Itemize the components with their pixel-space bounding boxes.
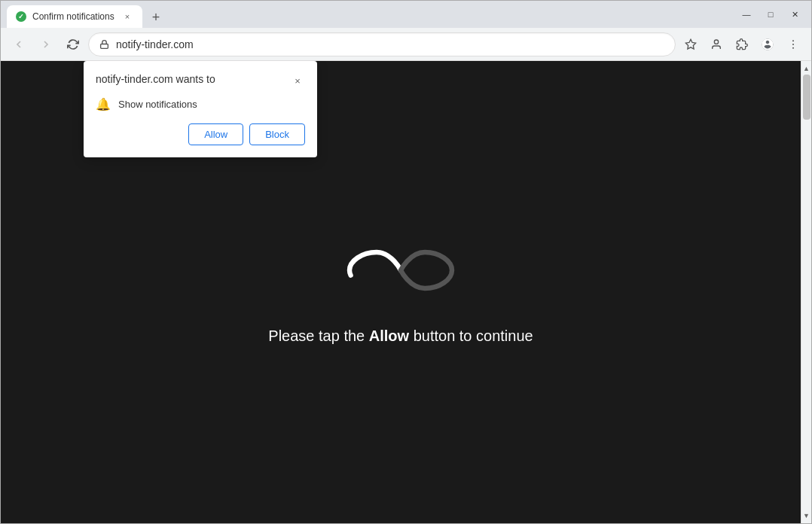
page-text-after: button to continue bbox=[409, 328, 533, 344]
url-text: notify-tinder.com bbox=[116, 38, 666, 50]
tab-close-button[interactable]: × bbox=[121, 11, 133, 23]
tab-bar: Confirm notifications × + bbox=[7, 1, 730, 28]
bookmark-button[interactable] bbox=[679, 32, 703, 56]
popup-header: notify-tinder.com wants to × bbox=[96, 73, 305, 88]
popup-close-button[interactable]: × bbox=[290, 73, 305, 88]
titlebar: Confirm notifications × + — □ ✕ bbox=[1, 1, 811, 28]
scroll-track[interactable] bbox=[801, 75, 812, 510]
account-button[interactable] bbox=[704, 32, 728, 56]
notification-popup: notify-tinder.com wants to × 🔔 Show noti… bbox=[84, 61, 317, 157]
webpage: Please tap the Allow button to continue … bbox=[1, 61, 801, 523]
maximize-button[interactable]: □ bbox=[760, 4, 781, 25]
permission-text: Show notifications bbox=[118, 99, 197, 110]
profile-button[interactable] bbox=[756, 32, 780, 56]
scrollbar: ▲ ▼ bbox=[801, 61, 811, 523]
infinity-logo bbox=[340, 240, 461, 303]
svg-point-6 bbox=[792, 47, 794, 48]
menu-button[interactable] bbox=[781, 32, 805, 56]
forward-button[interactable] bbox=[34, 32, 58, 56]
scroll-down-button[interactable]: ▼ bbox=[801, 510, 812, 522]
bell-icon: 🔔 bbox=[96, 97, 111, 111]
window-controls: — □ ✕ bbox=[736, 4, 805, 25]
popup-actions: Allow Block bbox=[96, 123, 305, 145]
popup-title: notify-tinder.com wants to bbox=[96, 73, 290, 85]
address-bar[interactable]: notify-tinder.com bbox=[88, 32, 676, 56]
toolbar-icons bbox=[679, 32, 805, 56]
svg-point-4 bbox=[792, 40, 794, 41]
svg-point-2 bbox=[714, 40, 718, 44]
close-button[interactable]: ✕ bbox=[784, 4, 805, 25]
svg-point-5 bbox=[792, 44, 794, 45]
page-text-bold: Allow bbox=[369, 328, 409, 344]
scroll-up-button[interactable]: ▲ bbox=[801, 62, 812, 75]
scroll-thumb[interactable] bbox=[803, 75, 810, 120]
allow-button[interactable]: Allow bbox=[188, 123, 243, 145]
navbar: notify-tinder.com bbox=[1, 28, 811, 61]
page-text-before: Please tap the bbox=[268, 328, 368, 344]
popup-permission: 🔔 Show notifications bbox=[96, 97, 305, 111]
lock-icon bbox=[98, 38, 110, 50]
block-button[interactable]: Block bbox=[249, 123, 305, 145]
svg-marker-1 bbox=[685, 39, 695, 49]
browser-window: Confirm notifications × + — □ ✕ bbox=[0, 0, 812, 524]
tab-title: Confirm notifications bbox=[32, 11, 115, 22]
minimize-button[interactable]: — bbox=[736, 4, 757, 25]
extensions-button[interactable] bbox=[730, 32, 754, 56]
svg-rect-0 bbox=[100, 44, 108, 48]
content-area: Please tap the Allow button to continue … bbox=[1, 61, 811, 523]
page-instruction: Please tap the Allow button to continue bbox=[268, 328, 533, 345]
active-tab[interactable]: Confirm notifications × bbox=[7, 5, 142, 28]
back-button[interactable] bbox=[7, 32, 31, 56]
tab-favicon bbox=[16, 11, 26, 22]
reload-button[interactable] bbox=[61, 32, 85, 56]
new-tab-button[interactable]: + bbox=[145, 7, 166, 28]
